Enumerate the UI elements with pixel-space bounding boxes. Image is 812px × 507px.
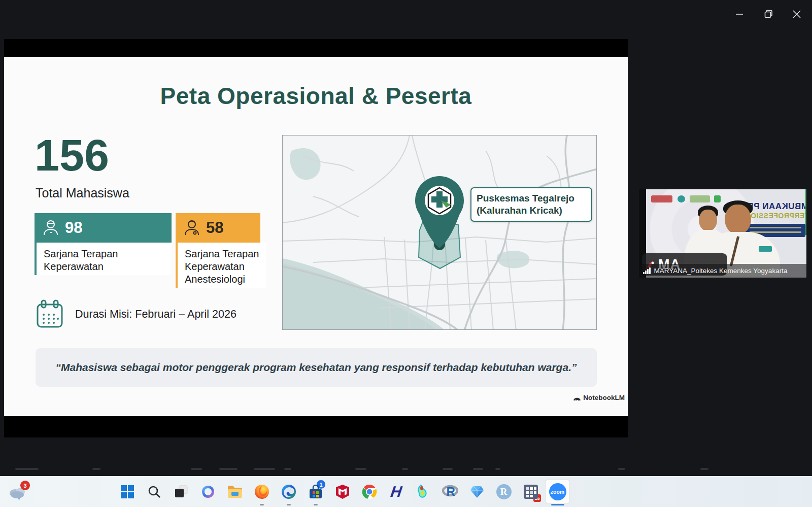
copilot-icon bbox=[201, 485, 215, 499]
active-speaker-border bbox=[805, 189, 806, 235]
person-front-head bbox=[725, 205, 751, 234]
map-location-line2: (Kalurahan Kricak) bbox=[477, 205, 586, 217]
stat-label-anestesiologi: Sarjana Terapan Keperawatan Anestesiolog… bbox=[176, 243, 266, 288]
windows-taskbar: 3 bbox=[0, 476, 812, 507]
map-location-label: Puskesmas Tegalrejo (Kalurahan Kricak) bbox=[470, 187, 592, 222]
h-app-button[interactable]: H bbox=[383, 476, 410, 507]
background-artifact bbox=[284, 468, 291, 470]
edge-button[interactable] bbox=[275, 476, 302, 507]
stat-value-keperawatan: 98 bbox=[65, 219, 82, 237]
background-artifact bbox=[219, 468, 238, 470]
mission-duration-text: Durasi Misi: Februari – April 2026 bbox=[75, 308, 236, 321]
close-button[interactable] bbox=[790, 7, 804, 21]
stat-label-keperawatan: Sarjana Terapan Keperawatan bbox=[35, 243, 171, 275]
person-back-head bbox=[699, 210, 717, 231]
background-artifact bbox=[15, 468, 39, 470]
minimize-button[interactable] bbox=[732, 7, 747, 21]
restore-button[interactable] bbox=[762, 7, 776, 21]
taskbar-icon-row: 1 H bbox=[114, 476, 571, 507]
file-explorer-icon bbox=[227, 485, 243, 498]
microsoft-store-icon bbox=[309, 485, 323, 499]
firefox-button[interactable] bbox=[248, 476, 275, 507]
notebooklm-watermark: NotebookLM bbox=[573, 394, 625, 401]
diamond-icon bbox=[470, 485, 484, 498]
mission-duration-row: Durasi Misi: Februari – April 2026 bbox=[36, 299, 236, 329]
task-view-icon bbox=[174, 485, 188, 499]
microsoft-store-button[interactable]: 1 bbox=[302, 476, 329, 507]
file-explorer-button[interactable] bbox=[221, 476, 248, 507]
weather-notification-badge: 3 bbox=[20, 481, 30, 490]
stat-value-anestesiologi: 58 bbox=[206, 219, 223, 237]
banner-logo-red bbox=[651, 195, 672, 202]
banner-subtitle-mirrored: INTERPROFESSION bbox=[745, 212, 806, 220]
nurse-icon bbox=[43, 219, 59, 236]
stat-card-anestesiologi: 58 Sarjana Terapan Keperawatan Anestesio… bbox=[176, 213, 266, 288]
h-app-icon: H bbox=[389, 483, 402, 500]
diamond-app-button[interactable] bbox=[463, 476, 490, 507]
search-icon bbox=[148, 485, 161, 498]
background-artifact bbox=[254, 468, 275, 470]
banner-logo-teal bbox=[678, 195, 685, 202]
background-artifact bbox=[402, 468, 408, 470]
zoom-app-button[interactable]: zoom bbox=[544, 476, 571, 507]
background-artifact bbox=[443, 468, 453, 470]
participant-name: MARYANA_Poltekes Kemenkes Yogyakarta bbox=[654, 267, 788, 275]
mcafee-shield-icon bbox=[335, 484, 350, 499]
chrome-button[interactable] bbox=[356, 476, 383, 507]
copilot-button[interactable] bbox=[194, 476, 221, 507]
map-location-line1: Puskesmas Tegalrejo bbox=[477, 192, 586, 205]
total-students-label: Total Mahasiswa bbox=[36, 186, 129, 200]
firefox-icon bbox=[254, 484, 269, 499]
banner-logo-plus bbox=[714, 195, 721, 202]
notebooklm-icon bbox=[573, 394, 581, 401]
r-language-letter: R bbox=[447, 485, 455, 499]
slide-title: Peta Operasional & Peserta bbox=[4, 82, 628, 110]
background-artifact bbox=[191, 468, 202, 470]
weather-widget[interactable]: 3 bbox=[7, 476, 28, 507]
minimize-icon bbox=[734, 9, 745, 20]
background-artifact bbox=[355, 468, 366, 470]
notebooklm-text: NotebookLM bbox=[583, 394, 625, 401]
close-icon bbox=[791, 9, 802, 20]
background-artifact bbox=[473, 468, 483, 470]
gis-heatmap-icon bbox=[416, 484, 431, 499]
rstudio-button[interactable]: R bbox=[490, 476, 517, 507]
start-button[interactable] bbox=[114, 476, 141, 507]
grid-app-icon bbox=[523, 484, 538, 499]
rstudio-letter: R bbox=[500, 486, 507, 497]
presentation-slide: Peta Operasional & Peserta 156 Total Mah… bbox=[4, 57, 628, 416]
participant-video-tile[interactable]: PEMBUKAAN PRA INTERPROFESSION MA MARYANA… bbox=[639, 189, 806, 278]
shirt-badge bbox=[759, 246, 772, 252]
edge-icon bbox=[281, 484, 296, 499]
stat-card-keperawatan: 98 Sarjana Terapan Keperawatan bbox=[35, 213, 172, 288]
map-graphic bbox=[283, 136, 597, 330]
task-view-button[interactable] bbox=[167, 476, 194, 507]
mcafee-button[interactable] bbox=[329, 476, 356, 507]
operational-map: Puskesmas Tegalrejo (Kalurahan Kricak) bbox=[282, 135, 597, 330]
participant-name-bar: MARYANA_Poltekes Kemenkes Yogyakarta bbox=[639, 264, 806, 278]
background-artifact bbox=[618, 468, 625, 470]
search-button[interactable] bbox=[141, 476, 167, 507]
restore-icon bbox=[763, 9, 774, 20]
zoom-icon-label: zoom bbox=[551, 489, 564, 495]
background-artifact bbox=[700, 468, 708, 470]
r-language-button[interactable]: R bbox=[436, 476, 463, 507]
stats-cards: 98 Sarjana Terapan Keperawatan 58 bbox=[35, 213, 266, 288]
chrome-icon bbox=[362, 484, 377, 499]
connection-signal-icon bbox=[643, 267, 651, 274]
quote-text: “Mahasiswa sebagai motor penggerak progr… bbox=[56, 361, 577, 374]
background-artifact bbox=[495, 468, 500, 470]
gis-heatmap-app-button[interactable] bbox=[410, 476, 436, 507]
calendar-icon bbox=[36, 299, 64, 329]
shared-screen-area: Peta Operasional & Peserta 156 Total Mah… bbox=[4, 39, 628, 437]
zoom-meeting-window: Peta Operasional & Peserta 156 Total Mah… bbox=[0, 0, 812, 507]
doctor-icon bbox=[184, 219, 200, 236]
banner-logo-green bbox=[690, 195, 710, 202]
grid-app-button[interactable]: 15 bbox=[517, 476, 544, 507]
total-students-number: 156 bbox=[35, 132, 109, 179]
windows-start-icon bbox=[121, 485, 134, 498]
quote-banner: “Mahasiswa sebagai motor penggerak progr… bbox=[36, 348, 597, 387]
background-artifact bbox=[92, 468, 100, 470]
